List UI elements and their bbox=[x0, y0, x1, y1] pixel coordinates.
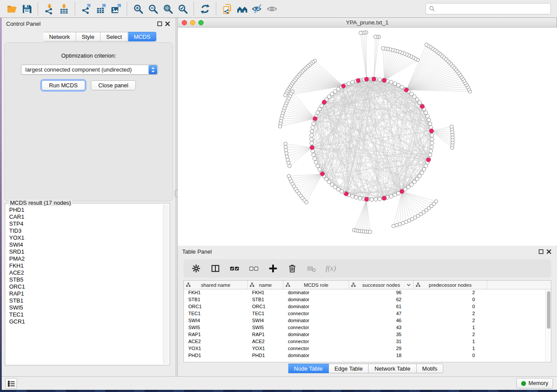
delete-rows-button[interactable] bbox=[285, 261, 300, 276]
mcds-result-item[interactable]: PMA2 bbox=[9, 255, 164, 262]
table-tab[interactable]: Node Table bbox=[288, 364, 329, 373]
table-row[interactable]: PHD1 PHD1 dominator 18 0 bbox=[184, 352, 545, 359]
add-row-button[interactable] bbox=[266, 261, 280, 276]
export-network-button[interactable] bbox=[79, 1, 93, 16]
close-mcds-panel-button[interactable]: Close panel bbox=[91, 80, 136, 90]
zoom-selected-button[interactable] bbox=[175, 1, 190, 16]
mcds-result-item[interactable]: PHD1 bbox=[9, 206, 164, 213]
cell-name: YOX1 bbox=[248, 345, 284, 352]
import-table-button[interactable] bbox=[56, 1, 71, 16]
mcds-result-item[interactable]: SWI4 bbox=[9, 241, 164, 248]
close-table-panel-button[interactable] bbox=[545, 248, 553, 255]
open-file-button[interactable] bbox=[4, 1, 19, 16]
table-scrollbar[interactable] bbox=[545, 289, 551, 362]
export-table-button[interactable] bbox=[93, 1, 108, 16]
mcds-result-item[interactable]: SRD1 bbox=[9, 248, 164, 255]
column-header[interactable]: MCDS role bbox=[284, 281, 349, 289]
mcds-list-scrollbar[interactable] bbox=[163, 204, 169, 364]
mcds-result-item[interactable]: RAP1 bbox=[9, 290, 164, 297]
optimization-criterion-select[interactable]: largest connected component (undirected) bbox=[21, 65, 158, 75]
first-neighbors-button[interactable] bbox=[235, 1, 249, 16]
table-row[interactable]: TEC1 TEC1 connector 47 2 bbox=[184, 310, 545, 317]
cell-successor-nodes: 62 bbox=[349, 296, 414, 303]
table-row[interactable]: SWI4 SWI4 dominator 46 2 bbox=[184, 317, 545, 324]
table-row[interactable]: YOX1 YOX1 connector 29 1 bbox=[184, 345, 545, 352]
mcds-result-item[interactable]: ORC1 bbox=[9, 283, 164, 290]
column-layout-button[interactable] bbox=[208, 261, 223, 276]
table-delete-icon bbox=[307, 264, 316, 273]
control-panel-tab[interactable]: Network bbox=[43, 32, 76, 41]
zoom-in-icon bbox=[133, 3, 144, 14]
mcds-result-item[interactable]: SWI5 bbox=[9, 304, 164, 311]
zoom-out-icon bbox=[148, 3, 159, 14]
mcds-result-list[interactable]: PHD1CAR1STP4TID3YOX1SWI4SRD1PMA2FKH1ACE2… bbox=[6, 205, 164, 363]
table-row[interactable]: RAP1 RAP1 dominator 35 2 bbox=[184, 331, 545, 338]
close-panel-button[interactable] bbox=[163, 20, 171, 28]
mcds-result-item[interactable]: STB5 bbox=[9, 276, 164, 283]
export-image-button[interactable] bbox=[108, 1, 123, 16]
new-network-from-selection-button[interactable] bbox=[220, 1, 235, 16]
toolbar-separator bbox=[75, 2, 75, 15]
table-row[interactable]: ACE2 ACE2 connector 31 1 bbox=[184, 338, 545, 345]
network-window-titlebar[interactable]: YPA_prune.txt_1 bbox=[178, 18, 557, 28]
search-input[interactable] bbox=[435, 4, 550, 14]
mcds-result-item[interactable]: TID3 bbox=[9, 227, 164, 234]
mcds-result-item[interactable]: GCR1 bbox=[9, 318, 164, 325]
mcds-result-item[interactable]: ACE2 bbox=[9, 269, 164, 276]
control-panel-tab[interactable]: Style bbox=[76, 32, 100, 41]
table-tabs: Node TableEdge TableNetwork TableMotifs bbox=[288, 364, 443, 373]
cell-predecessor-nodes: 2 bbox=[414, 289, 487, 296]
mcds-result-item[interactable]: STB1 bbox=[9, 297, 164, 304]
zoom-out-button[interactable] bbox=[145, 1, 160, 16]
float-table-panel-button[interactable] bbox=[537, 248, 545, 255]
show-all-button[interactable] bbox=[264, 1, 279, 16]
column-header[interactable]: name bbox=[248, 281, 284, 289]
table-tab[interactable]: Motifs bbox=[416, 364, 443, 373]
select-all-button[interactable] bbox=[227, 261, 242, 276]
cell-name: SWI4 bbox=[248, 317, 284, 324]
cell-shared-name: ACE2 bbox=[184, 338, 248, 345]
delete-table-button[interactable] bbox=[304, 261, 319, 276]
search-box[interactable] bbox=[426, 3, 551, 14]
run-mcds-button[interactable]: Run MCDS bbox=[42, 80, 85, 90]
function-builder-button[interactable]: f(x) bbox=[323, 261, 338, 276]
optimization-criterion-label: Optimization criterion: bbox=[5, 52, 173, 59]
mcds-result-item[interactable]: STP4 bbox=[9, 220, 164, 227]
hide-selected-button[interactable] bbox=[249, 1, 264, 16]
memory-label: Memory bbox=[529, 380, 548, 386]
deselect-all-button[interactable] bbox=[246, 261, 261, 276]
close-icon bbox=[165, 21, 170, 26]
column-header[interactable]: successor nodes bbox=[349, 281, 414, 289]
mcds-result-item[interactable]: YOX1 bbox=[9, 234, 164, 241]
table-row[interactable]: SWI5 SWI5 connector 43 1 bbox=[184, 324, 545, 331]
memory-button[interactable]: Memory bbox=[516, 378, 553, 389]
status-bar: Memory bbox=[2, 376, 557, 390]
float-panel-button[interactable] bbox=[156, 20, 163, 28]
table-row[interactable]: ORC1 ORC1 dominator 61 0 bbox=[184, 303, 545, 310]
control-panel-tab[interactable]: Select bbox=[100, 32, 128, 41]
zoom-in-button[interactable] bbox=[131, 1, 145, 16]
cell-predecessor-nodes: 0 bbox=[414, 352, 487, 359]
mcds-result-item[interactable]: TEC1 bbox=[9, 311, 164, 318]
table-settings-button[interactable] bbox=[189, 261, 204, 276]
import-network-button[interactable] bbox=[42, 1, 56, 16]
mcds-result-item[interactable]: FKH1 bbox=[9, 262, 164, 269]
save-session-button[interactable] bbox=[19, 1, 34, 16]
network-graph[interactable] bbox=[178, 28, 557, 245]
scrollbar-thumb[interactable] bbox=[547, 291, 550, 329]
apply-layout-button[interactable] bbox=[197, 1, 212, 16]
zoom-fit-button[interactable] bbox=[160, 1, 175, 16]
table-row[interactable]: FKH1 FKH1 dominator 96 2 bbox=[184, 289, 545, 296]
show-panels-button[interactable] bbox=[5, 378, 17, 389]
column-header[interactable]: shared name bbox=[184, 281, 248, 289]
mcds-result-item[interactable]: CAR1 bbox=[9, 213, 164, 220]
cell-shared-name: FKH1 bbox=[184, 289, 248, 296]
column-header-label: name bbox=[259, 282, 272, 288]
panel-list-icon bbox=[7, 380, 15, 387]
table-row[interactable]: STB1 STB1 dominator 62 0 bbox=[184, 296, 545, 303]
control-panel-title: Control Panel bbox=[6, 21, 41, 27]
table-tab[interactable]: Network Table bbox=[369, 364, 416, 373]
table-tab[interactable]: Edge Table bbox=[329, 364, 369, 373]
control-panel-tab[interactable]: MCDS bbox=[128, 32, 156, 41]
column-header[interactable]: predecessor nodes bbox=[414, 281, 487, 289]
